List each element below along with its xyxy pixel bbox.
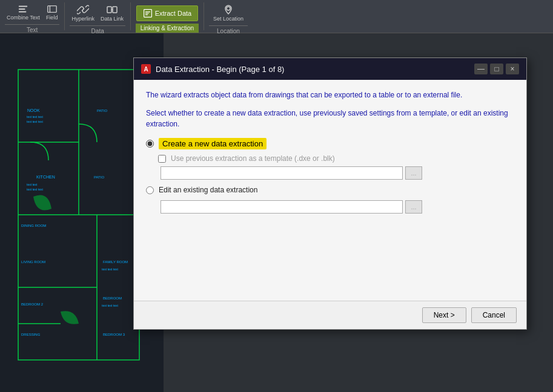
data-extraction-dialog: A Data Extraction - Begin (Page 1 of 8) … (133, 57, 527, 330)
options-group: Create a new data extraction Use previou… (146, 139, 514, 214)
svg-text:DINING ROOM: DINING ROOM (21, 224, 46, 227)
svg-rect-3 (47, 6, 56, 13)
toolbar-data-buttons: Hyperlink Data Link (70, 2, 125, 23)
select-text: Select whether to create a new data extr… (146, 108, 514, 129)
svg-text:text text: text text (27, 183, 38, 186)
toolbar-data-section: Hyperlink Data Link Data (65, 0, 130, 33)
extract-data-label: Extract Data (155, 10, 192, 17)
svg-text:PATIO: PATIO (94, 175, 104, 179)
dialog-title-left: A Data Extraction - Begin (Page 1 of 8) (141, 64, 284, 74)
svg-text:DRESSING: DRESSING (21, 333, 41, 336)
template-browse-button[interactable]: ... (405, 166, 422, 180)
hyperlink-button[interactable]: Hyperlink (70, 2, 96, 23)
dialog-body: The wizard extracts object data from dra… (134, 80, 526, 301)
svg-text:NOOK: NOOK (27, 108, 40, 113)
svg-text:FAMILY ROOM: FAMILY ROOM (103, 260, 128, 264)
svg-rect-1 (19, 8, 25, 10)
svg-rect-0 (19, 6, 27, 7)
use-template-option: Use previous extraction as a template (.… (158, 154, 514, 163)
svg-rect-2 (19, 11, 27, 13)
template-path-input[interactable] (161, 166, 403, 180)
use-template-label[interactable]: Use previous extraction as a template (.… (171, 154, 335, 163)
svg-text:BEDROOM 3: BEDROOM 3 (103, 333, 125, 336)
svg-text:text text text: text text text (27, 120, 44, 123)
template-input-row: ... (161, 166, 514, 180)
minimize-button[interactable]: — (474, 64, 488, 74)
combine-text-label: Combine Text (7, 15, 40, 21)
toolbar-linking-section: Extract Data Linking & Extraction (131, 0, 204, 33)
maximize-button[interactable]: □ (490, 64, 503, 74)
field-button[interactable]: Field (44, 2, 60, 22)
info-text: The wizard extracts object data from dra… (146, 90, 514, 100)
svg-text:KITCHEN: KITCHEN (36, 175, 55, 179)
combine-text-button[interactable]: Combine Text (5, 2, 42, 22)
close-button[interactable]: × (506, 64, 519, 74)
edit-existing-radio[interactable] (146, 186, 154, 194)
use-template-checkbox[interactable] (158, 155, 166, 163)
svg-text:BEDROOM 2: BEDROOM 2 (21, 302, 44, 306)
linking-section-label: Linking & Extraction (136, 24, 199, 33)
create-new-option: Create a new data extraction (146, 139, 514, 148)
svg-text:LIVING ROOM: LIVING ROOM (21, 260, 45, 264)
edit-existing-path-input[interactable] (161, 200, 403, 214)
toolbar-linking-buttons: Extract Data (136, 2, 199, 21)
field-label: Field (46, 15, 58, 21)
dialog-app-icon: A (141, 64, 151, 74)
hyperlink-label: Hyperlink (71, 16, 94, 22)
toolbar-text-buttons: Combine Text Field (5, 2, 59, 22)
svg-rect-5 (107, 7, 111, 13)
dialog-titlebar: A Data Extraction - Begin (Page 1 of 8) … (134, 58, 526, 80)
edit-existing-browse-button[interactable]: ... (405, 200, 422, 214)
svg-text:text text text: text text text (27, 188, 44, 191)
create-new-radio[interactable] (146, 140, 154, 148)
dialog-footer: Next > Cancel (134, 301, 526, 329)
dialog-window-controls: — □ × (474, 64, 519, 74)
location-section-label: Location (209, 25, 248, 37)
toolbar-location-section: Set Location Location (204, 0, 253, 33)
svg-text:text text text: text text text (27, 115, 44, 119)
svg-point-12 (227, 7, 230, 10)
next-button[interactable]: Next > (422, 307, 466, 323)
toolbar-location-buttons: Set Location (211, 2, 245, 23)
create-new-label-text: Create a new data extraction (159, 138, 267, 149)
svg-text:text text text: text text text (102, 267, 119, 271)
svg-text:BEDROOM: BEDROOM (103, 296, 122, 300)
extract-data-button[interactable]: Extract Data (136, 5, 199, 21)
create-new-label[interactable]: Create a new data extraction (159, 139, 267, 148)
svg-text:text text text: text text text (102, 304, 119, 307)
edit-existing-input-row: ... (161, 200, 514, 214)
set-location-button[interactable]: Set Location (211, 2, 245, 23)
use-template-group: Use previous extraction as a template (.… (158, 154, 514, 180)
edit-existing-label[interactable]: Edit an existing data extraction (159, 186, 257, 194)
data-link-label: Data Link (101, 16, 124, 22)
cancel-button[interactable]: Cancel (471, 307, 517, 323)
toolbar-text-section: Combine Text Field Text (0, 0, 64, 33)
edit-existing-option: Edit an existing data extraction (146, 186, 514, 194)
svg-rect-6 (113, 7, 117, 13)
data-link-button[interactable]: Data Link (99, 2, 125, 23)
svg-text:PATIO: PATIO (97, 109, 107, 113)
dialog-title: Data Extraction - Begin (Page 1 of 8) (156, 65, 284, 74)
set-location-label: Set Location (213, 16, 243, 22)
toolbar: Combine Text Field Text Hyperlink Data L… (0, 0, 553, 33)
